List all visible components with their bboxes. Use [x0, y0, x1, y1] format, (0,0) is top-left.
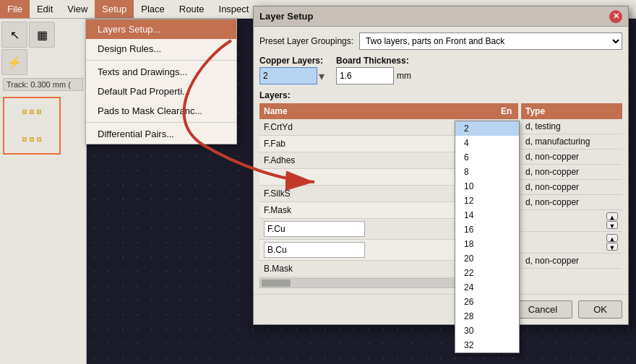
preset-row: Preset Layer Groupings: Two layers, part…: [259, 32, 622, 50]
copper-option-2[interactable]: 2: [455, 121, 519, 136]
type-section: Type d, testing d, manufacturing d, non-…: [521, 103, 622, 288]
copper-dropdown-arrow[interactable]: ▾: [319, 69, 325, 83]
copper-layers-section: Copper Layers: ▾: [259, 56, 325, 84]
main-content: Name En F.CrtYd F.Fab: [259, 103, 622, 288]
preset-select[interactable]: Two layers, parts on Front and BackSingl…: [359, 32, 622, 50]
type-row: d, manufacturing: [521, 134, 622, 150]
dialog-title: Layer Setup: [259, 11, 313, 22]
type-row: ▲ ▼: [521, 232, 622, 254]
board-thickness-section: Board Thickness: mm: [336, 56, 411, 84]
type-row: d, testing: [521, 119, 622, 134]
ok-button[interactable]: OK: [578, 300, 622, 318]
copper-option-4[interactable]: 4: [455, 136, 519, 150]
menu-setup[interactable]: Setup: [95, 0, 134, 18]
type-row: d, non-copper: [521, 254, 622, 269]
toolbar-row-2: ⚡: [1, 49, 85, 75]
copper-option-8[interactable]: 8: [455, 165, 519, 179]
copper-option-22[interactable]: 22: [455, 266, 519, 280]
toolbar-btn-arrow[interactable]: ↖: [1, 22, 27, 48]
dropdown-separator-2: [86, 122, 236, 123]
dialog-close-button[interactable]: ✕: [609, 10, 622, 23]
type-fcrtyd: d, testing: [521, 119, 622, 134]
type-row: d, non-copper: [521, 180, 622, 195]
copper-option-10[interactable]: 10: [455, 179, 519, 194]
menu-file[interactable]: File: [0, 0, 30, 18]
dropdown-layers-setup[interactable]: Layers Setup...: [86, 20, 236, 39]
copper-option-14[interactable]: 14: [455, 208, 519, 222]
bcu-type-down[interactable]: ▼: [606, 243, 618, 251]
board-input-row: mm: [336, 67, 411, 84]
layers-label: Layers:: [259, 90, 622, 100]
type-fadhes: d, non-copper: [521, 150, 622, 165]
copper-option-32[interactable]: 32: [455, 338, 519, 352]
menu-inspect[interactable]: Inspect: [212, 0, 257, 18]
cancel-button[interactable]: Cancel: [513, 300, 572, 318]
type-fcu: ▲ ▼: [521, 210, 622, 232]
layer-setup-dialog: Layer Setup ✕ Preset Layer Groupings: Tw…: [253, 6, 629, 325]
board-thickness-unit: mm: [397, 71, 411, 81]
setup-dropdown-menu: Layers Setup... Design Rules... Texts an…: [85, 19, 237, 144]
copper-layers-label: Copper Layers:: [259, 56, 325, 66]
dialog-body: Preset Layer Groupings: Two layers, part…: [254, 27, 628, 294]
dropdown-texts-drawings[interactable]: Texts and Drawings...: [86, 62, 236, 82]
menu-route[interactable]: Route: [172, 0, 212, 18]
track-info: Track: 0.300 mm (: [3, 78, 83, 91]
type-row: d, non-copper: [521, 165, 622, 180]
pcb-preview: [3, 97, 61, 155]
toolbar: ↖ ▦ ⚡ Track: 0.300 mm (: [0, 19, 87, 364]
bcu-type-up[interactable]: ▲: [606, 234, 618, 242]
scrollbar-thumb: [262, 280, 291, 287]
copper-dropdown: 2 4 6 8 10 12 14 16 18 20 22 24 26 28: [455, 121, 520, 353]
bcu-input[interactable]: [264, 242, 365, 258]
type-ffab: d, manufacturing: [521, 134, 622, 150]
copper-option-30[interactable]: 30: [455, 324, 519, 338]
dropdown-design-rules[interactable]: Design Rules...: [86, 39, 236, 58]
toolbar-row-1: ↖ ▦: [1, 22, 85, 48]
type-fsilks: d, non-copper: [521, 180, 622, 195]
fcu-type-down[interactable]: ▼: [606, 221, 618, 229]
copper-option-26[interactable]: 26: [455, 295, 519, 309]
type-header: Type: [521, 103, 622, 119]
dropdown-separator-1: [86, 60, 236, 61]
type-fmask: d, non-copper: [521, 195, 622, 210]
board-thickness-label: Board Thickness:: [336, 56, 411, 66]
col-en: En: [497, 103, 518, 119]
menu-place[interactable]: Place: [134, 0, 172, 18]
board-thickness-input[interactable]: [336, 67, 394, 84]
dropdown-diff-pairs[interactable]: Differential Pairs...: [86, 124, 236, 144]
copper-option-12[interactable]: 12: [455, 194, 519, 208]
menu-view[interactable]: View: [60, 0, 95, 18]
copper-option-28[interactable]: 28: [455, 309, 519, 324]
type-bcu: ▲ ▼: [521, 232, 622, 254]
copper-option-6[interactable]: 6: [455, 150, 519, 165]
copper-option-18[interactable]: 18: [455, 237, 519, 251]
type-row: d, non-copper: [521, 150, 622, 165]
type-row: d, non-copper: [521, 195, 622, 210]
app-container: File Edit View Setup Place Route Inspect…: [0, 0, 636, 364]
dialog-footer: Cancel OK: [254, 294, 628, 324]
toolbar-btn-ic[interactable]: ⚡: [1, 49, 27, 75]
type-empty: d, non-copper: [521, 165, 622, 180]
type-bmask: d, non-copper: [521, 254, 622, 269]
copper-layers-input[interactable]: [259, 67, 317, 84]
type-row: ▲ ▼: [521, 210, 622, 232]
dropdown-default-pad[interactable]: Default Pad Properti...: [86, 82, 236, 101]
dropdown-pads-to-mask[interactable]: Pads to Mask Clearanc...: [86, 101, 236, 121]
fcu-type-up[interactable]: ▲: [606, 212, 618, 220]
type-table: Type d, testing d, manufacturing d, non-…: [521, 103, 622, 269]
copper-option-24[interactable]: 24: [455, 280, 519, 295]
fcu-input[interactable]: [264, 221, 365, 237]
copper-option-16[interactable]: 16: [455, 222, 519, 237]
toolbar-btn-grid[interactable]: ▦: [29, 22, 55, 48]
menu-edit[interactable]: Edit: [30, 0, 60, 18]
dialog-titlebar: Layer Setup ✕: [254, 6, 628, 27]
col-name: Name: [259, 103, 497, 119]
copper-option-20[interactable]: 20: [455, 251, 519, 266]
preset-label: Preset Layer Groupings:: [259, 36, 353, 46]
